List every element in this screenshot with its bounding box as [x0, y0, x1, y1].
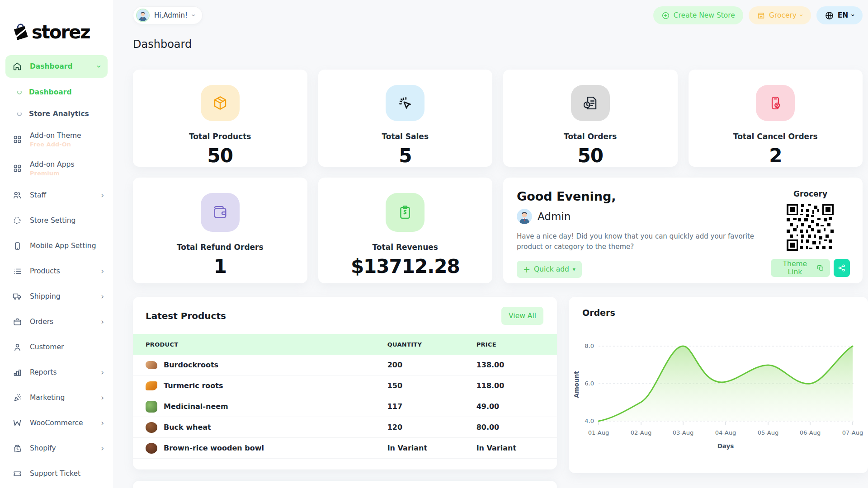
col-product: PRODUCT	[133, 341, 375, 348]
sidebar-item-products[interactable]: Products ›	[0, 258, 113, 284]
sidebar-item-woocommerce[interactable]: WooCommerce ›	[0, 410, 113, 436]
sidebar-item-customer[interactable]: Customer	[0, 334, 113, 360]
ring-icon	[17, 90, 22, 94]
sidebar-item-marketing[interactable]: Marketing ›	[0, 385, 113, 410]
product-thumbnail	[146, 361, 157, 369]
avatar	[136, 9, 150, 22]
x-tick-4: 05-Aug	[758, 429, 778, 436]
user-greeting: Hi,Admin!	[154, 11, 188, 19]
stat-card-total-orders: Total Orders 50	[503, 70, 678, 167]
share-button[interactable]	[834, 259, 850, 277]
table-row: Medicinal-neem 117 49.00	[133, 396, 557, 417]
home-icon	[12, 61, 23, 72]
main-content: Hi,Admin! › Create New Store Grocery › E…	[113, 0, 868, 488]
view-all-button[interactable]: View All	[501, 307, 543, 325]
share-icon	[838, 264, 846, 272]
qr-column: Grocery	[771, 189, 850, 272]
store-selector-button[interactable]: Grocery ›	[749, 6, 811, 24]
woocommerce-icon	[12, 418, 23, 428]
sidebar-item-addon-apps[interactable]: Add-on Apps Premium	[0, 154, 113, 183]
qr-store-label: Grocery	[793, 189, 827, 198]
chevron-right-icon: ›	[101, 267, 104, 275]
bar-chart-icon	[12, 367, 23, 378]
package-icon	[201, 85, 240, 121]
stats-grid: Total Products 50 Total Sales 5 Total Or…	[133, 70, 863, 283]
chevron-right-icon: ›	[101, 419, 104, 427]
grid-icon	[12, 134, 23, 145]
create-new-store-button[interactable]: Create New Store	[653, 6, 743, 24]
y-axis-label: Amount	[573, 371, 580, 398]
cursor-click-icon	[386, 85, 425, 121]
stat-card-total-revenues: Total Revenues $13712.28	[318, 178, 493, 283]
user-menu-pill[interactable]: Hi,Admin! ›	[133, 6, 203, 24]
phone-cancel-icon	[756, 85, 795, 121]
plus-icon: +	[523, 264, 530, 274]
x-tick-5: 06-Aug	[800, 429, 821, 436]
x-axis-label: Days	[717, 442, 734, 450]
theme-link-button[interactable]: Theme Link	[771, 259, 830, 277]
chevron-down-icon: ›	[95, 65, 103, 68]
table-row: Burdockroots 200 138.00	[133, 355, 557, 375]
x-tick-6: 07-Aug	[842, 429, 863, 436]
brand-name: storez	[32, 22, 90, 42]
sidebar-item-staff[interactable]: Staff ›	[0, 183, 113, 208]
chevron-right-icon: ›	[101, 318, 104, 326]
sidebar-item-shopify[interactable]: Shopify ›	[0, 436, 113, 461]
grid-icon	[12, 163, 23, 174]
sidebar-item-reports[interactable]: Reports ›	[0, 360, 113, 385]
x-tick-3: 04-Aug	[715, 429, 736, 436]
clipboard-dollar-icon	[386, 193, 425, 232]
x-tick-2: 03-Aug	[673, 429, 693, 436]
chevron-right-icon: ›	[101, 394, 104, 402]
shopping-bag-logo-icon	[11, 21, 31, 43]
phone-icon	[12, 240, 23, 251]
page-title: Dashboard	[133, 38, 863, 51]
sidebar-item-addon-theme[interactable]: Add-on Theme Free Add-On	[0, 125, 113, 154]
latest-products-card: Latest Products View All PRODUCT QUANTIT…	[133, 297, 557, 469]
topbar: Hi,Admin! › Create New Store Grocery › E…	[133, 6, 863, 24]
stat-card-total-products: Total Products 50	[133, 70, 307, 167]
topbar-actions: Create New Store Grocery › EN ›	[653, 6, 863, 24]
sidebar-item-support-ticket[interactable]: Support Ticket	[0, 461, 113, 486]
ring-icon	[17, 112, 22, 116]
qr-code	[787, 204, 834, 251]
sidebar-item-mobile-app-setting[interactable]: Mobile App Setting	[0, 233, 113, 258]
invoice-icon	[571, 85, 610, 121]
sidebar-subitem-dashboard[interactable]: Dashboard	[0, 81, 113, 103]
chevron-right-icon: ›	[101, 445, 104, 452]
bottom-section: Latest Products View All PRODUCT QUANTIT…	[133, 297, 863, 488]
greeting-title: Good Evening,	[517, 189, 771, 203]
sidebar-subitem-store-analytics[interactable]: Store Analytics	[0, 103, 113, 125]
stat-card-total-cancel-orders: Total Cancel Orders 2	[689, 70, 863, 167]
greeting-left: Good Evening, Admin Have a nice day! Did…	[517, 189, 771, 272]
product-thumbnail	[146, 422, 157, 433]
quick-add-button[interactable]: + Quick add ▾	[517, 261, 582, 278]
globe-icon	[825, 11, 834, 20]
sidebar-item-label: Dashboard	[30, 62, 73, 70]
truck-icon	[12, 291, 23, 302]
app-root: storez Dashboard › Dashboard Store Analy…	[0, 0, 868, 488]
users-icon	[12, 190, 23, 201]
chevron-down-icon: ›	[189, 14, 198, 17]
sidebar-item-store-setting[interactable]: Store Setting	[0, 208, 113, 233]
sidebar-item-dashboard[interactable]: Dashboard ›	[5, 55, 108, 78]
y-tick-6: 6.0	[585, 380, 594, 387]
product-thumbnail	[146, 401, 157, 413]
addon-apps-badge: Premium	[30, 170, 60, 177]
chevron-down-icon: ›	[849, 14, 857, 17]
greeting-username: Admin	[538, 211, 571, 222]
chevron-right-icon: ›	[101, 293, 104, 300]
sidebar-item-orders[interactable]: Orders ›	[0, 309, 113, 334]
language-selector-button[interactable]: EN ›	[816, 6, 863, 24]
orders-area-chart: 8.0 6.0 4.0 01-Aug 02-Aug 03-Aug 04-Aug …	[569, 326, 868, 456]
table-row: Turmeric roots 150 118.00	[133, 375, 557, 396]
briefcase-icon	[12, 316, 23, 327]
dotted-circle-icon	[12, 215, 23, 226]
greeting-message: Have a nice day! Did you know that you c…	[517, 231, 771, 253]
brand-logo[interactable]: storez	[0, 0, 113, 52]
partial-card-below	[133, 481, 557, 488]
shopify-bag-icon	[12, 443, 23, 454]
sidebar-item-shipping[interactable]: Shipping ›	[0, 284, 113, 309]
orders-chart-title: Orders	[582, 308, 855, 318]
stat-card-total-sales: Total Sales 5	[318, 70, 493, 167]
